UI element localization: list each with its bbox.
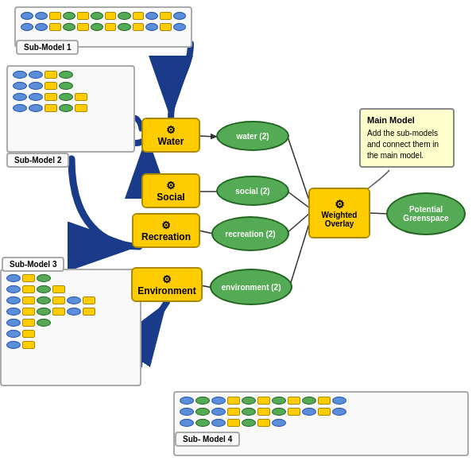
water-node[interactable]: ⚙ Water xyxy=(141,118,200,153)
node-blue xyxy=(35,12,48,20)
submodel4-label: Sub- Model 4 xyxy=(175,432,240,447)
potential-greenspace-node[interactable]: Potential Greenspace xyxy=(386,192,466,235)
submodel2-label: Sub-Model 2 xyxy=(6,153,69,168)
node-yellow xyxy=(105,12,116,20)
water-oval-node[interactable]: water (2) xyxy=(216,121,289,151)
tool-icon: ⚙ xyxy=(335,198,345,211)
node-green xyxy=(195,397,210,405)
node-blue xyxy=(180,408,194,416)
recreation-oval-node[interactable]: recreation (2) xyxy=(211,216,289,251)
node-yellow xyxy=(22,308,35,316)
weighted-overlay-node[interactable]: ⚙ WeightedOverlay xyxy=(308,188,370,238)
environment-oval-node[interactable]: environment (2) xyxy=(210,269,292,305)
water-label: Water xyxy=(158,136,184,147)
weighted-overlay-label: WeightedOverlay xyxy=(322,211,358,228)
node-green xyxy=(59,104,73,112)
node-blue xyxy=(302,408,316,416)
submodel3-label: Sub-Model 3 xyxy=(2,257,64,272)
callout-box: Main Model Add the sub-models and connec… xyxy=(359,108,455,168)
node-yellow xyxy=(52,308,65,316)
node-blue xyxy=(21,23,33,31)
node-green xyxy=(302,397,316,405)
node-yellow xyxy=(75,104,87,112)
node-green xyxy=(37,285,51,293)
node-green xyxy=(37,296,51,304)
social-label: Social xyxy=(157,192,184,203)
tool-icon: ⚙ xyxy=(161,219,171,231)
social-node[interactable]: ⚙ Social xyxy=(141,173,200,208)
node-yellow xyxy=(45,104,57,112)
node-yellow xyxy=(22,341,35,349)
chain-row xyxy=(6,296,135,304)
callout-title: Main Model xyxy=(367,114,447,126)
tool-icon: ⚙ xyxy=(162,273,172,285)
node-yellow xyxy=(257,397,270,405)
chain-row xyxy=(6,341,135,349)
node-blue xyxy=(180,397,194,405)
node-blue xyxy=(180,419,194,427)
node-yellow xyxy=(160,23,171,31)
submodel1-label-text: Sub-Model 1 xyxy=(24,43,71,52)
node-blue xyxy=(173,23,186,31)
node-green xyxy=(91,12,103,20)
node-green xyxy=(37,319,51,327)
callout-title-text: Main Model xyxy=(367,115,415,125)
node-green xyxy=(59,71,73,79)
recreation-node[interactable]: ⚙ Recreation xyxy=(132,213,200,248)
node-yellow xyxy=(22,330,35,338)
node-blue xyxy=(6,285,21,293)
node-blue xyxy=(6,341,21,349)
node-yellow xyxy=(83,308,95,316)
node-green xyxy=(118,12,130,20)
node-yellow xyxy=(22,319,35,327)
node-blue xyxy=(173,12,186,20)
node-blue xyxy=(29,93,43,101)
node-yellow xyxy=(52,296,65,304)
node-blue xyxy=(21,12,33,20)
node-blue xyxy=(67,296,81,304)
svg-line-9 xyxy=(289,221,310,288)
node-blue xyxy=(13,104,27,112)
node-yellow xyxy=(257,419,270,427)
node-blue xyxy=(6,308,21,316)
main-canvas: Sub-Model 1 xyxy=(0,0,476,461)
node-green xyxy=(195,408,210,416)
callout-body: Add the sub-models and connect them in t… xyxy=(367,128,447,161)
node-yellow xyxy=(49,12,60,20)
node-yellow xyxy=(133,12,144,20)
node-yellow xyxy=(83,296,95,304)
node-yellow xyxy=(288,397,300,405)
chain-row xyxy=(180,397,462,405)
node-blue xyxy=(29,71,43,79)
node-green xyxy=(59,93,73,101)
chain-row xyxy=(21,23,186,31)
chain-row xyxy=(6,308,135,316)
node-yellow xyxy=(318,408,331,416)
callout-body-text: Add the sub-models and connect them in t… xyxy=(367,129,439,160)
node-yellow xyxy=(227,408,240,416)
node-yellow xyxy=(22,285,35,293)
chain-row xyxy=(21,12,186,20)
node-green xyxy=(195,419,210,427)
water-oval-label: water (2) xyxy=(236,132,269,141)
node-yellow xyxy=(77,23,88,31)
node-yellow xyxy=(49,23,60,31)
node-green xyxy=(272,408,286,416)
submodel4-label-text: Sub- Model 4 xyxy=(183,435,232,444)
node-blue xyxy=(13,71,27,79)
node-green xyxy=(59,82,73,90)
submodel3-label-text: Sub-Model 3 xyxy=(10,260,56,269)
node-blue xyxy=(29,104,43,112)
node-blue xyxy=(6,274,21,282)
chain-row xyxy=(6,330,135,338)
node-yellow xyxy=(257,408,270,416)
node-yellow xyxy=(45,93,57,101)
node-green xyxy=(37,274,51,282)
environment-node[interactable]: ⚙ Environment xyxy=(131,267,203,302)
node-blue xyxy=(67,308,81,316)
chain-row xyxy=(6,285,135,293)
social-oval-node[interactable]: social (2) xyxy=(216,176,289,206)
node-yellow xyxy=(22,296,35,304)
environment-label: Environment xyxy=(137,285,195,296)
chain-row xyxy=(6,274,135,282)
